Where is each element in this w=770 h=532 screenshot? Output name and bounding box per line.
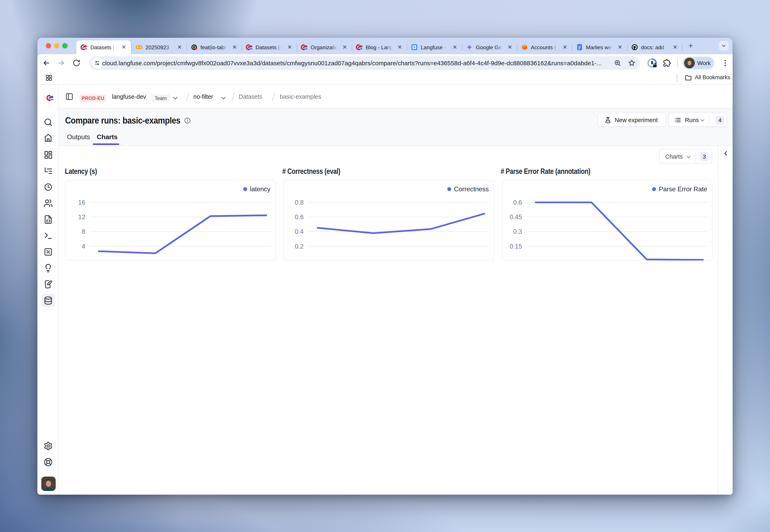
svg-text:0.2: 0.2 — [295, 243, 304, 250]
svg-text:0.45: 0.45 — [510, 213, 522, 221]
svg-text:0.6: 0.6 — [513, 199, 522, 206]
svg-text:0.4: 0.4 — [295, 228, 304, 235]
svg-text:16: 16 — [78, 199, 85, 206]
svg-text:12: 12 — [78, 213, 85, 221]
svg-text:4: 4 — [82, 243, 85, 250]
svg-text:0.6: 0.6 — [295, 213, 304, 221]
svg-text:8: 8 — [82, 228, 85, 235]
svg-text:0.15: 0.15 — [510, 243, 522, 250]
svg-text:0.3: 0.3 — [513, 228, 522, 235]
svg-text:0.8: 0.8 — [295, 199, 304, 206]
